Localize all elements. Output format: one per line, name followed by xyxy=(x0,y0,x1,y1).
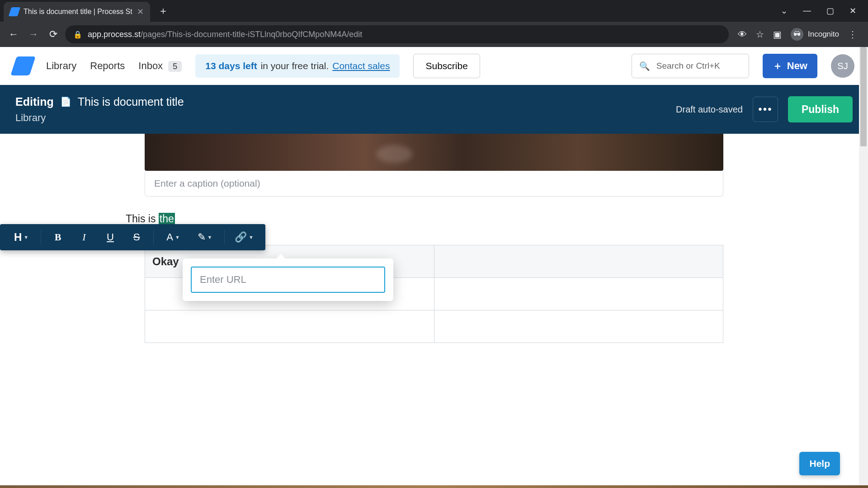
process-st-logo[interactable] xyxy=(10,56,36,75)
heading-button[interactable]: H▼ xyxy=(6,227,36,247)
address-bar: ← → ⟳ 🔒 app.process.st/pages/This-is-doc… xyxy=(0,22,868,47)
url-path: /pages/This-is-document-title-iSTLlnq0rb… xyxy=(141,30,362,39)
close-window-icon[interactable]: ✕ xyxy=(849,6,856,16)
search-icon: 🔍 xyxy=(639,61,650,71)
image-caption-input[interactable] xyxy=(145,171,723,197)
editing-label: Editing xyxy=(15,95,54,108)
image-block[interactable] xyxy=(145,134,723,197)
bold-button[interactable]: B xyxy=(46,227,70,247)
embedded-image[interactable] xyxy=(145,134,723,171)
browser-tab[interactable]: This is document title | Process St ✕ xyxy=(4,2,150,22)
reload-button[interactable]: ⟳ xyxy=(45,26,61,42)
table-header-cell[interactable] xyxy=(434,245,723,278)
close-tab-icon[interactable]: ✕ xyxy=(137,7,144,17)
url-text: app.process.st/pages/This-is-document-ti… xyxy=(88,30,362,39)
back-button[interactable]: ← xyxy=(5,26,22,42)
subscribe-button[interactable]: Subscribe xyxy=(413,54,480,78)
trial-days-left: 13 days left xyxy=(205,61,257,71)
incognito-badge[interactable]: 🕶 Incognito xyxy=(791,28,839,41)
formatting-toolbar: H▼ B I U S A▼ ✎▼ 🔗▼ xyxy=(0,224,265,250)
highlight-button[interactable]: ✎▼ xyxy=(190,227,220,247)
text-color-button[interactable]: A▼ xyxy=(158,227,188,247)
nav-inbox-label: Inbox xyxy=(138,60,163,71)
publish-button[interactable]: Publish xyxy=(788,96,853,122)
contact-sales-link[interactable]: Contact sales xyxy=(332,61,390,71)
avatar[interactable]: SJ xyxy=(831,54,854,78)
tab-bar: This is document title | Process St ✕ ＋ … xyxy=(0,0,868,22)
document-icon: 📄 xyxy=(60,96,71,107)
tab-overview-icon[interactable]: ⌄ xyxy=(781,6,788,16)
os-taskbar xyxy=(0,485,868,488)
trial-banner: 13 days left in your free trial. Contact… xyxy=(195,54,400,78)
highlighter-icon: ✎ xyxy=(198,231,206,243)
bookmark-icon[interactable]: ☆ xyxy=(756,29,764,40)
breadcrumb[interactable]: Library xyxy=(15,112,184,124)
tab-title: This is document title | Process St xyxy=(24,8,132,16)
process-st-favicon xyxy=(9,7,20,16)
search-input[interactable]: 🔍 Search or Ctrl+K xyxy=(632,54,749,78)
help-button[interactable]: Help xyxy=(799,452,840,475)
search-placeholder: Search or Ctrl+K xyxy=(656,61,720,71)
table-cell[interactable] xyxy=(145,310,434,343)
forward-button[interactable]: → xyxy=(25,26,42,42)
italic-button[interactable]: I xyxy=(72,227,96,247)
url-field[interactable]: 🔒 app.process.st/pages/This-is-document-… xyxy=(65,25,729,43)
link-button[interactable]: 🔗▼ xyxy=(229,227,259,247)
panel-icon[interactable]: ▣ xyxy=(773,29,782,40)
incognito-icon: 🕶 xyxy=(791,28,803,41)
app-header: Library Reports Inbox 5 13 days left in … xyxy=(0,47,868,85)
more-options-button[interactable]: ••• xyxy=(753,97,778,122)
url-input[interactable] xyxy=(191,267,385,293)
autosave-status: Draft auto-saved xyxy=(676,104,743,115)
incognito-label: Incognito xyxy=(808,30,839,39)
nav-inbox[interactable]: Inbox 5 xyxy=(138,60,182,72)
minimize-icon[interactable]: ― xyxy=(803,6,811,16)
window-controls: ⌄ ― ▢ ✕ xyxy=(781,6,864,16)
nav-reports[interactable]: Reports xyxy=(90,60,125,72)
url-domain: app.process.st xyxy=(88,30,141,39)
page: Library Reports Inbox 5 13 days left in … xyxy=(0,47,868,488)
selected-text: the xyxy=(159,213,175,225)
table-cell[interactable] xyxy=(434,278,723,310)
document-title: This is document title xyxy=(78,95,184,108)
link-icon: 🔗 xyxy=(235,231,247,243)
inbox-count-badge: 5 xyxy=(168,61,182,72)
eye-off-icon[interactable]: 👁 xyxy=(738,29,747,40)
new-button-label: New xyxy=(787,60,807,72)
plus-icon: ＋ xyxy=(773,59,783,73)
url-popover xyxy=(183,258,393,301)
text-before-selection: This is xyxy=(126,213,159,225)
underline-button[interactable]: U xyxy=(98,227,123,247)
strike-button[interactable]: S xyxy=(124,227,149,247)
browser-chrome: This is document title | Process St ✕ ＋ … xyxy=(0,0,868,47)
editing-bar: Editing 📄 This is document title Library… xyxy=(0,85,868,134)
trial-rest-text: in your free trial. xyxy=(261,61,329,71)
new-tab-button[interactable]: ＋ xyxy=(158,4,168,18)
document-area: H▼ B I U S A▼ ✎▼ 🔗▼ This is the Okay xyxy=(0,134,868,343)
text-block[interactable]: This is the xyxy=(126,213,868,225)
table-row xyxy=(145,310,723,343)
table-cell[interactable] xyxy=(434,310,723,343)
nav-library[interactable]: Library xyxy=(46,60,76,72)
new-button[interactable]: ＋ New xyxy=(763,54,817,78)
lock-icon: 🔒 xyxy=(73,30,82,39)
maximize-icon[interactable]: ▢ xyxy=(826,6,834,16)
kebab-menu-icon[interactable]: ⋮ xyxy=(848,29,857,40)
